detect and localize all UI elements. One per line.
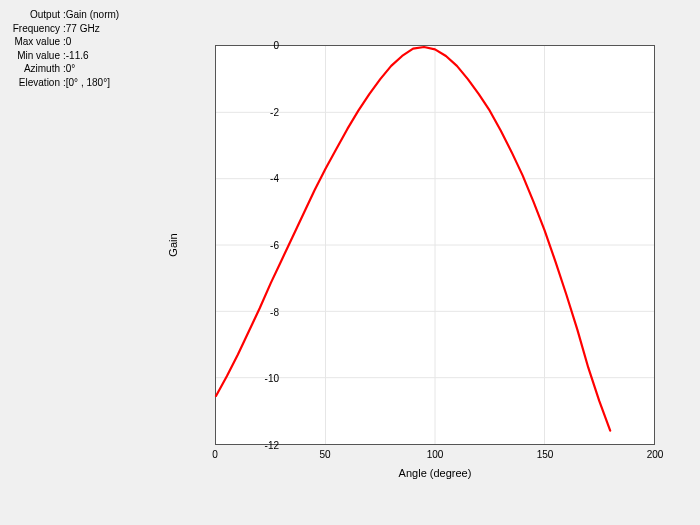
info-label: Max value <box>8 35 63 49</box>
y-tick: -4 <box>239 173 279 184</box>
data-line <box>216 46 654 444</box>
info-value: 0° <box>66 62 76 76</box>
x-axis-label: Angle (degree) <box>399 467 472 479</box>
plot-info-panel: Output : Gain (norm) Frequency : 77 GHz … <box>8 8 119 89</box>
x-tick: 150 <box>537 449 554 460</box>
info-output: Output : Gain (norm) <box>8 8 119 22</box>
y-tick: -10 <box>239 373 279 384</box>
y-tick: -8 <box>239 306 279 317</box>
info-max: Max value : 0 <box>8 35 119 49</box>
y-tick: -6 <box>239 240 279 251</box>
info-label: Output <box>8 8 63 22</box>
y-axis-label: Gain <box>167 233 179 256</box>
info-value: -11.6 <box>66 49 89 63</box>
info-label: Min value <box>8 49 63 63</box>
info-label: Azimuth <box>8 62 63 76</box>
info-elevation: Elevation : [0° , 180°] <box>8 76 119 90</box>
chart-container: Gain Angle (degree) 0-2-4-6-8-10-12 0501… <box>155 35 665 490</box>
info-value: 77 GHz <box>66 22 100 36</box>
y-tick: 0 <box>239 40 279 51</box>
info-label: Elevation <box>8 76 63 90</box>
info-value: Gain (norm) <box>66 8 119 22</box>
info-min: Min value : -11.6 <box>8 49 119 63</box>
x-tick: 100 <box>427 449 444 460</box>
info-value: 0 <box>66 35 72 49</box>
x-tick: 50 <box>319 449 330 460</box>
x-tick: 0 <box>212 449 218 460</box>
plot-area <box>215 45 655 445</box>
y-tick: -2 <box>239 106 279 117</box>
info-label: Frequency <box>8 22 63 36</box>
info-frequency: Frequency : 77 GHz <box>8 22 119 36</box>
x-tick: 200 <box>647 449 664 460</box>
info-azimuth: Azimuth : 0° <box>8 62 119 76</box>
info-value: [0° , 180°] <box>66 76 110 90</box>
y-tick: -12 <box>239 440 279 451</box>
